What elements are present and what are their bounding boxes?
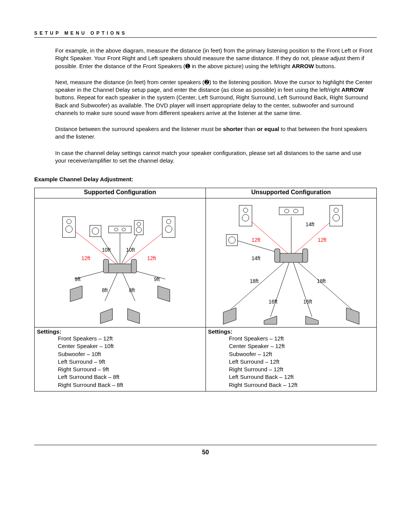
svg-point-21 [137,222,141,226]
list-item: Left Surround Back – 12ft [229,373,374,381]
svg-point-13 [67,219,71,224]
arrow-keyword: ARROW [292,63,314,69]
svg-text:18ft: 18ft [250,278,258,284]
svg-rect-46 [278,253,304,262]
diagram-unsupported: 14ft 12ft 12ft 14ft 18ft 18ft 16ft 16ft [206,198,377,328]
svg-marker-26 [70,286,82,302]
svg-point-22 [136,227,142,233]
svg-point-16 [92,228,99,235]
svg-rect-17 [108,226,131,233]
svg-text:9ft: 9ft [154,276,160,282]
svg-rect-10 [104,259,109,273]
supported-diagram-svg: 12ft 12ft 10ft 10ft 9ft 9ft 8ft 8ft [37,199,203,325]
svg-marker-63 [305,316,318,324]
svg-marker-29 [127,308,140,324]
svg-text:14ft: 14ft [252,255,260,261]
svg-text:16ft: 16ft [268,299,277,305]
list-item: Right Surround – 9ft [58,366,203,373]
p2-text-c: buttons. Repeat for each speaker in the … [55,94,368,116]
paragraph-2: Next, measure the distance (in feet) fro… [55,78,373,117]
list-item: Right Surround Back – 12ft [229,381,374,389]
svg-marker-60 [223,308,236,324]
list-item: Left Surround – 9ft [58,358,203,366]
svg-rect-11 [131,259,137,273]
svg-text:8ft: 8ft [102,287,108,293]
svg-rect-48 [303,249,308,262]
body-column: For example, in the above diagram, measu… [55,47,373,165]
svg-text:12ft: 12ft [317,237,326,243]
configuration-table: Supported Configuration Unsupported Conf… [34,188,377,391]
svg-marker-61 [346,308,359,324]
list-item: Right Surround – 12ft [229,366,374,373]
settings-label: Settings: [37,328,203,335]
circled-two-icon: ➋ [204,79,209,85]
arrow-keyword: ARROW [341,86,363,93]
svg-point-14 [65,226,72,233]
circled-one-icon: ➊ [185,63,190,69]
p3-text-a: Distance between the surround speakers a… [55,126,223,132]
svg-line-39 [246,217,291,256]
list-item: Center Speaker – 10ft [58,342,203,350]
svg-text:10ft: 10ft [126,247,135,253]
settings-supported: Settings: Front Speakers – 12ft Center S… [35,328,206,391]
p1-text-b: in the above picture) using the left/rig… [190,63,292,69]
svg-point-54 [293,209,298,213]
list-item: Left Surround – 12ft [229,358,374,366]
list-item: Left Surround Back – 8ft [58,373,203,381]
svg-text:18ft: 18ft [317,278,325,284]
p3-text-c: than [243,126,257,132]
list-item: Front Speakers – 12ft [58,335,203,342]
svg-rect-52 [279,207,303,215]
p1-text-c: buttons. [314,63,336,69]
list-item: Subwoofer – 12ft [229,350,374,358]
diagram-supported: 12ft 12ft 10ft 10ft 9ft 9ft 8ft 8ft [35,198,206,328]
svg-text:12ft: 12ft [81,255,90,261]
svg-marker-27 [158,286,170,302]
bottom-rule [34,445,377,445]
list-item: Front Speakers – 12ft [229,335,374,342]
svg-rect-47 [274,249,280,262]
svg-point-25 [165,226,172,233]
svg-point-53 [284,209,289,213]
example-heading: Example Channel Delay Adjustment: [34,176,377,182]
svg-point-59 [228,237,235,244]
paragraph-4: In case the channel delay settings canno… [55,149,373,165]
svg-text:12ft: 12ft [252,237,260,243]
svg-point-19 [122,228,126,231]
svg-text:16ft: 16ft [303,299,312,305]
svg-marker-62 [264,316,277,324]
settings-label: Settings: [208,328,374,335]
unsupported-diagram-svg: 14ft 12ft 12ft 14ft 18ft 18ft 16ft 16ft [208,199,374,325]
svg-text:8ft: 8ft [129,287,135,293]
table-head-supported: Supported Configuration [35,188,206,198]
paragraph-3: Distance between the surround speakers a… [55,125,373,141]
top-rule [34,37,377,38]
settings-unsupported: Settings: Front Speakers – 12ft Center S… [206,328,377,391]
paragraph-1: For example, in the above diagram, measu… [55,47,373,70]
svg-point-24 [166,219,171,224]
p3-bold-b: shorter [223,126,243,132]
list-item: Center Speaker – 12ft [229,342,374,350]
svg-text:10ft: 10ft [102,247,111,253]
svg-point-50 [243,208,248,212]
svg-text:9ft: 9ft [75,276,81,282]
svg-point-51 [242,214,249,221]
page-number: 50 [34,449,377,456]
svg-text:12ft: 12ft [147,255,156,261]
list-item: Right Surround Back – 8ft [58,381,203,389]
table-head-unsupported: Unsupported Configuration [206,188,377,198]
svg-point-56 [334,208,338,212]
p3-bold-d: or equal [257,126,279,132]
svg-text:14ft: 14ft [305,221,314,227]
svg-marker-28 [100,308,113,324]
svg-point-57 [333,214,339,221]
svg-rect-9 [107,264,133,273]
svg-point-18 [114,228,118,231]
p2-text-a: Next, measure the distance (in feet) fro… [55,79,204,85]
running-head: SETUP MENU OPTIONS [34,30,377,36]
list-item: Subwoofer – 10ft [58,350,203,358]
